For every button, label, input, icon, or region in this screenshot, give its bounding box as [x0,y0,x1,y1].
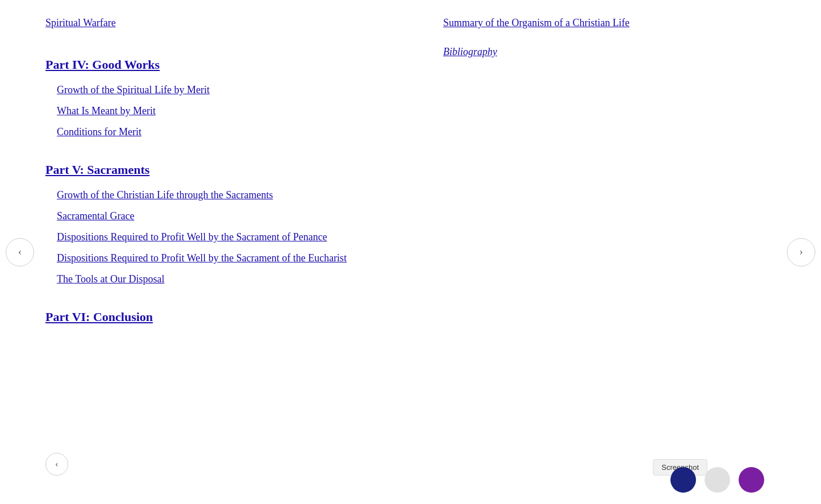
link-conditions-merit[interactable]: Conditions for Merit [45,124,409,140]
link-sacramental-grace[interactable]: Sacramental Grace [45,209,409,224]
part6-header[interactable]: Part VI: Conclusion [45,310,153,324]
part4-links: Growth of the Spiritual Life by Merit Wh… [45,82,409,140]
link-spiritual-warfare[interactable]: Spiritual Warfare [45,17,409,29]
link-bibliography[interactable]: Bibliography [443,46,497,58]
main-content: Spiritual Warfare Part IV: Good Works Gr… [0,0,821,352]
bottom-prev-button[interactable]: ‹ [45,453,68,476]
part5-section: Part V: Sacraments Growth of the Christi… [45,157,409,287]
link-tools-disposal[interactable]: The Tools at Our Disposal [45,272,409,287]
bottom-icons-group [670,467,764,493]
part5-header[interactable]: Part V: Sacraments [45,163,149,177]
link-growth-spiritual-merit[interactable]: Growth of the Spiritual Life by Merit [45,82,409,98]
bottom-icon-blue[interactable] [670,467,696,493]
link-growth-christian-sacraments[interactable]: Growth of the Christian Life through the… [45,188,409,203]
chevron-left-small-icon: ‹ [55,459,58,469]
link-dispositions-eucharist[interactable]: Dispositions Required to Profit Well by … [45,251,409,266]
prev-nav-button[interactable]: ‹ [6,238,34,266]
part6-section: Part VI: Conclusion [45,304,409,335]
part4-header[interactable]: Part IV: Good Works [45,57,160,72]
left-column: Spiritual Warfare Part IV: Good Works Gr… [45,0,409,352]
chevron-right-icon: › [799,246,803,258]
chevron-left-icon: ‹ [18,246,22,258]
link-summary[interactable]: Summary of the Organism of a Christian L… [443,17,741,29]
bottom-icon-gray[interactable] [705,467,730,493]
part4-section: Part IV: Good Works Growth of the Spirit… [45,52,409,140]
link-what-is-meant-merit[interactable]: What Is Meant by Merit [45,103,409,119]
link-dispositions-penance[interactable]: Dispositions Required to Profit Well by … [45,230,409,245]
next-nav-button[interactable]: › [787,238,815,266]
bottom-icon-purple[interactable] [739,467,764,493]
right-column: Summary of the Organism of a Christian L… [409,0,776,352]
part5-links: Growth of the Christian Life through the… [45,188,409,287]
